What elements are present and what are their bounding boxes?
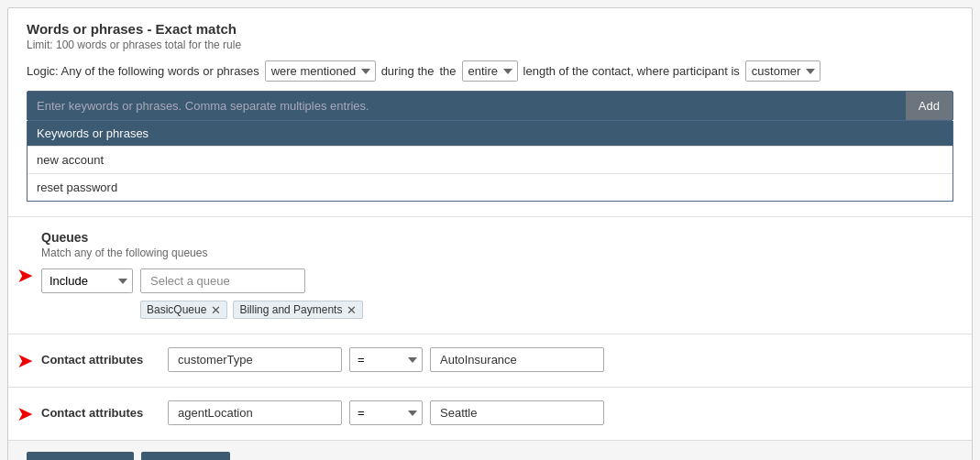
queues-body: Queues Match any of the following queues… xyxy=(41,217,972,334)
contact-attr-2-key[interactable] xyxy=(168,400,342,425)
keyword-row-1: new account xyxy=(28,146,952,173)
add-keyword-button[interactable]: Add xyxy=(906,92,952,120)
contact-attr-1-body: Contact attributes = xyxy=(41,334,972,387)
include-select[interactable]: Include xyxy=(41,268,133,293)
keyword-row-2: reset password xyxy=(28,173,952,201)
logic-prefix: Logic: Any of the following words or phr… xyxy=(27,64,259,78)
contact-attr-1-key[interactable] xyxy=(168,347,342,372)
add-condition-button[interactable]: + Add condition xyxy=(27,452,134,460)
tag-billing: Billing and Payments ✕ xyxy=(233,301,363,319)
participant-select[interactable]: customer xyxy=(745,60,820,82)
queues-section: ➤ Queues Match any of the following queu… xyxy=(8,217,972,334)
contact-attr-2-operator-select[interactable]: = xyxy=(349,400,423,425)
queues-arrow-col: ➤ xyxy=(8,217,41,334)
contact-attr-1-arrow-col: ➤ xyxy=(8,334,41,387)
keywords-table: Keywords or phrases new account reset pa… xyxy=(27,121,953,202)
queues-title: Queues xyxy=(41,230,953,245)
section-subtitle: Limit: 100 words or phrases total for th… xyxy=(27,38,953,51)
queues-arrow-icon: ➤ xyxy=(17,266,33,286)
section-title: Words or phrases - Exact match xyxy=(27,21,953,37)
keyword-input[interactable] xyxy=(28,92,906,120)
contact-attr-1-row: Contact attributes = xyxy=(41,347,953,372)
contact-attr-2-body: Contact attributes = xyxy=(41,388,972,440)
tags-row: BasicQueue ✕ Billing and Payments ✕ xyxy=(140,301,953,319)
keyword-input-row: Add xyxy=(27,91,953,121)
entire-select[interactable]: entire xyxy=(462,60,518,82)
footer-bar: + Add condition + Add group xyxy=(8,440,972,460)
contact-attr-section-1: ➤ Contact attributes = xyxy=(8,334,972,388)
contact-attr-2-row: Contact attributes = xyxy=(41,400,953,425)
add-group-button[interactable]: + Add group xyxy=(141,452,231,460)
contact-attr-2-arrow-icon: ➤ xyxy=(17,404,33,424)
contact-attr-2-value[interactable] xyxy=(430,400,604,425)
contact-attr-1-label: Contact attributes xyxy=(41,353,160,367)
queue-placeholder[interactable]: Select a queue xyxy=(140,268,305,293)
queues-subtitle: Match any of the following queues xyxy=(41,246,953,259)
contact-attr-section-2: ➤ Contact attributes = xyxy=(8,388,972,440)
logic-row: Logic: Any of the following words or phr… xyxy=(27,60,953,82)
contact-attr-2-arrow-col: ➤ xyxy=(8,388,41,440)
keywords-header: Keywords or phrases xyxy=(28,121,952,146)
contact-attr-1-arrow-icon: ➤ xyxy=(17,351,33,371)
mentioned-select[interactable]: were mentioned xyxy=(265,60,376,82)
contact-attr-1-value[interactable] xyxy=(430,347,604,372)
during-label: during the xyxy=(381,64,435,78)
tag-basicqueue: BasicQueue ✕ xyxy=(140,301,227,319)
contact-attr-2-label: Contact attributes xyxy=(41,406,160,420)
tag-basicqueue-remove[interactable]: ✕ xyxy=(211,304,221,316)
the-label: the xyxy=(439,64,456,78)
queue-row: Include Select a queue xyxy=(41,268,953,293)
length-label: length of the contact, where participant… xyxy=(523,64,740,78)
contact-attr-1-operator-select[interactable]: = xyxy=(349,347,423,372)
tag-billing-remove[interactable]: ✕ xyxy=(347,304,357,316)
